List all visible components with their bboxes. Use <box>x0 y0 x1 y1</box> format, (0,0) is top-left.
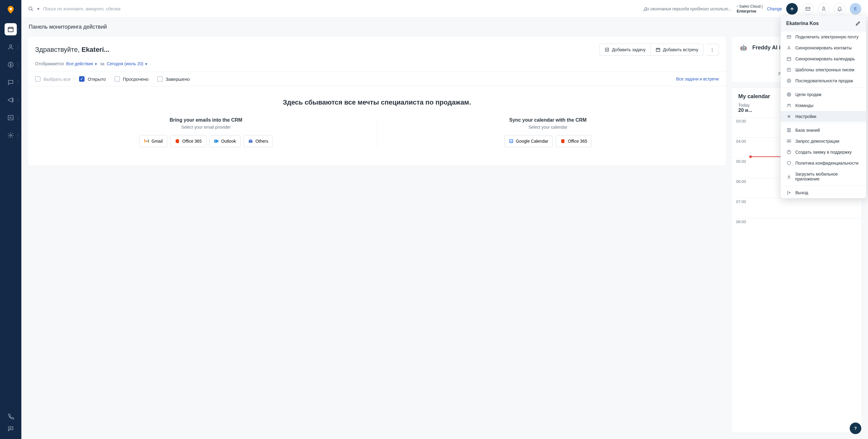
select-all-checkbox[interactable] <box>35 76 40 82</box>
sidebar-item-phone[interactable] <box>5 410 17 423</box>
rocket-icon[interactable] <box>818 3 830 14</box>
menu-item-settings[interactable]: Настройки <box>781 111 866 122</box>
avatar[interactable]: E <box>850 3 861 14</box>
search-input[interactable] <box>43 6 153 11</box>
bell-icon[interactable] <box>834 3 845 14</box>
calendar-hour-row[interactable]: 08:00 <box>732 218 862 238</box>
calendar-sub: Select your calendar <box>386 125 710 130</box>
logout-icon <box>786 190 792 195</box>
svg-rect-8 <box>606 48 609 52</box>
sidebar-item-reports[interactable] <box>5 111 17 124</box>
user-menu: Ekaterina Kos Подключить электронную поч… <box>781 16 866 198</box>
menu-item-contacts[interactable]: Синхронизировать контакты <box>781 42 866 53</box>
support-icon <box>786 150 792 155</box>
more-actions-button[interactable]: ⋮ <box>706 43 719 56</box>
menu-item-sequence[interactable]: Последовательности продаж <box>781 75 866 86</box>
menu-item-template[interactable]: Шаблоны электронных писем <box>781 64 866 75</box>
done-label: Завершено <box>166 76 190 82</box>
svg-rect-13 <box>217 140 219 142</box>
done-checkbox[interactable] <box>157 76 163 82</box>
sidebar: ⋮ ⋮ ⋮ ⋮ ⋮ <box>0 0 21 439</box>
now-dot <box>749 156 752 158</box>
svg-rect-9 <box>656 48 660 52</box>
filter-all-actions[interactable]: Все действия ▼ <box>66 61 98 66</box>
target-icon <box>786 92 792 97</box>
menu-item-book[interactable]: База знаний <box>781 125 866 136</box>
add-meeting-button[interactable]: Добавить встречу <box>651 43 704 56</box>
sidebar-item-activities[interactable] <box>5 23 17 35</box>
hour-label: 05:00 <box>732 158 750 178</box>
office365-button[interactable]: Office 365 <box>170 135 206 147</box>
open-checkbox[interactable] <box>79 76 85 82</box>
outlook-button[interactable]: Outlook <box>209 135 241 147</box>
sidebar-more-icon[interactable]: ⋮ <box>16 44 20 49</box>
open-label: Открыто <box>88 76 105 82</box>
svg-point-2 <box>9 45 11 47</box>
app-logo[interactable] <box>5 4 16 15</box>
hour-label: 07:00 <box>732 198 750 218</box>
menu-item-download[interactable]: Загрузить мобильное приложение <box>781 169 866 184</box>
sidebar-more-icon[interactable]: ⋮ <box>16 115 20 120</box>
change-plan-link[interactable]: Change <box>767 6 782 11</box>
add-button[interactable] <box>786 3 798 14</box>
all-tasks-link[interactable]: Все задачи и встречи <box>676 76 719 81</box>
calendar-hour-row[interactable]: 07:00 <box>732 198 862 218</box>
mail-icon[interactable] <box>802 3 814 14</box>
edit-profile-icon[interactable] <box>855 21 861 26</box>
contacts-icon <box>786 45 792 50</box>
svg-point-6 <box>29 7 32 10</box>
svg-point-5 <box>10 134 11 136</box>
menu-item-mail[interactable]: Подключить электронную почту <box>781 31 866 42</box>
main-card: Здравствуйте, Ekateri... Добавить задачу… <box>28 36 726 166</box>
filter-date[interactable]: Сегодня (июль 20) ▼ <box>107 61 148 66</box>
gcal-button[interactable]: 31 Google Calendar <box>504 135 553 147</box>
sidebar-more-icon[interactable]: ⋮ <box>16 133 20 138</box>
menu-item-cal[interactable]: Синхронизировать календарь <box>781 53 866 64</box>
filter-for-label: за <box>100 61 104 66</box>
search-dropdown-icon[interactable]: ▼ <box>37 7 40 11</box>
trial-text: До окончания периода пробного использо… <box>644 6 732 11</box>
plan-label: Sales Cloud | Enterprise <box>737 4 763 13</box>
hour-label: 06:00 <box>732 178 750 198</box>
search-icon[interactable] <box>28 6 34 11</box>
svg-point-28 <box>789 104 790 105</box>
emails-sub: Select your email provider <box>44 125 368 130</box>
overdue-label: Просрочено <box>123 76 149 82</box>
gmail-button[interactable]: Gmail <box>139 135 167 147</box>
office365-cal-button[interactable]: Office 365 <box>556 135 592 147</box>
sidebar-item-marketing[interactable] <box>5 94 17 106</box>
sidebar-item-deals[interactable] <box>5 59 17 71</box>
sidebar-item-settings[interactable] <box>5 129 17 141</box>
hour-label: 08:00 <box>732 218 750 238</box>
menu-item-logout[interactable]: Выход <box>781 187 866 198</box>
add-task-button[interactable]: Добавить задачу <box>599 43 651 56</box>
empty-title: Здесь сбываются все мечты специалиста по… <box>35 98 719 106</box>
menu-item-shield[interactable]: Политика конфиденциальности <box>781 158 866 169</box>
template-icon <box>786 67 792 72</box>
hour-label: 04:00 <box>732 138 750 158</box>
sidebar-item-chat[interactable] <box>5 423 17 435</box>
sidebar-more-icon[interactable]: ⋮ <box>16 98 20 102</box>
overdue-checkbox[interactable] <box>115 76 120 82</box>
sidebar-more-icon[interactable]: ⋮ <box>16 62 20 67</box>
svg-point-27 <box>787 104 789 105</box>
sidebar-more-icon[interactable]: ⋮ <box>16 27 20 32</box>
sidebar-item-contacts[interactable] <box>5 41 17 53</box>
menu-item-demo[interactable]: Запрос демонстрации <box>781 136 866 147</box>
page-title: Панель мониторинга действий <box>21 18 868 36</box>
menu-item-target[interactable]: Цели продаж <box>781 89 866 100</box>
help-button[interactable]: ? <box>850 423 861 434</box>
sidebar-item-conversations[interactable] <box>5 76 17 89</box>
svg-point-22 <box>787 79 791 82</box>
svg-text:31: 31 <box>510 140 512 142</box>
menu-item-support[interactable]: Создать заявку в поддержку <box>781 147 866 158</box>
svg-point-23 <box>788 80 789 81</box>
today-label: Today <box>738 103 752 108</box>
sequence-icon <box>786 78 792 83</box>
others-button[interactable]: Others <box>244 135 273 147</box>
shield-icon <box>786 161 792 166</box>
filter-showing-label: Отображается <box>35 61 64 66</box>
menu-item-team[interactable]: Команды <box>781 100 866 111</box>
sidebar-more-icon[interactable]: ⋮ <box>16 80 20 85</box>
mail-icon <box>786 34 792 39</box>
